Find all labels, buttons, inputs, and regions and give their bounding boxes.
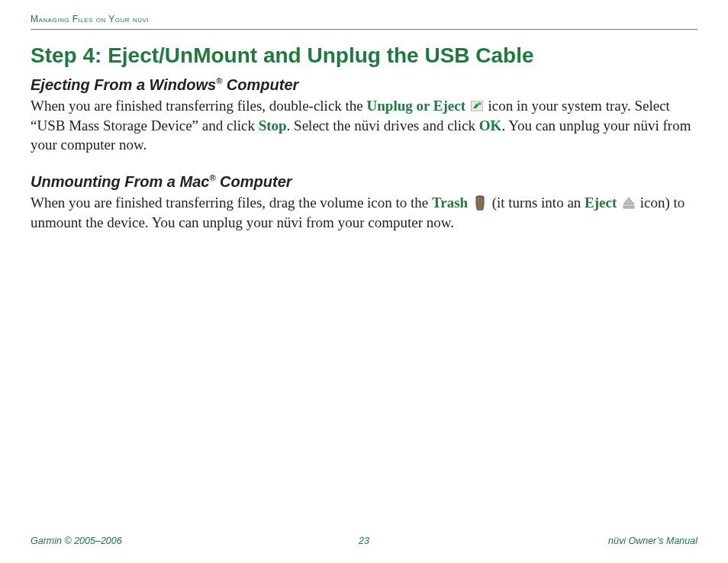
paragraph-mac: When you are finished transferring files… [31,193,697,232]
footer-left: Garmin © 2005–2006 [31,536,122,546]
subheading-mac-pre: Unmounting From a Mac [31,173,209,190]
manual-page: Managing Files on Your nüvi Step 4: Ejec… [0,0,728,563]
text-run: When you are finished transferring files… [31,98,367,114]
unplug-eject-tray-icon [471,101,483,111]
footer-page-number: 23 [31,536,697,546]
subheading-mac: Unmounting From a Mac® Computer [31,172,697,191]
keyword-unplug-or-eject: Unplug or Eject [367,98,465,114]
keyword-ok: OK [479,117,502,134]
page-title: Step 4: Eject/UnMount and Unplug the USB… [31,42,697,69]
subheading-mac-post: Computer [216,173,292,190]
subheading-windows-pre: Ejecting From a Windows [31,76,216,93]
keyword-stop: Stop [259,117,287,134]
paragraph-windows: When you are finished transferring files… [31,96,697,155]
text-run: When you are finished transferring files… [31,195,432,211]
running-head: Managing Files on Your nüvi [31,14,697,30]
eject-icon [622,197,636,209]
page-footer: Garmin © 2005–2006 23 nüvi Owner’s Manua… [31,536,697,546]
subheading-windows: Ejecting From a Windows® Computer [31,75,697,95]
keyword-trash: Trash [432,195,468,211]
keyword-eject: Eject [585,195,617,211]
subheading-windows-post: Computer [222,76,298,93]
svg-point-1 [478,102,481,105]
footer-right: nüvi Owner’s Manual [608,536,697,546]
registered-mark: ® [209,173,215,182]
running-head-text: Managing Files on Your nüvi [31,14,149,24]
text-run: (it turns into an [492,195,585,211]
svg-rect-3 [623,206,634,208]
text-run: . Select the nüvi drives and click [287,117,479,134]
trash-icon [473,195,487,211]
